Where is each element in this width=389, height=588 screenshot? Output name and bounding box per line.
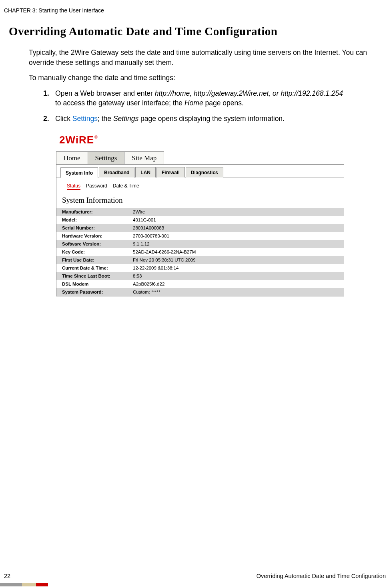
main-panel: System Info Broadband LAN Firewall Diagn… bbox=[56, 164, 344, 296]
row-key: Key Code: bbox=[56, 248, 130, 256]
chapter-header: CHAPTER 3: Starting the User Interface bbox=[0, 7, 389, 14]
table-row: Manufacturer:2Wire bbox=[56, 208, 344, 216]
steps-list: 1. Open a Web browser and enter http://h… bbox=[43, 89, 345, 124]
step-1-text-a: Open a Web browser and enter bbox=[55, 89, 155, 97]
row-value: 9.1.1.12 bbox=[130, 240, 344, 248]
subtab-lan[interactable]: LAN bbox=[135, 167, 156, 177]
row-key: Time Since Last Boot: bbox=[56, 272, 130, 280]
sub-links: Status Password Date & Time bbox=[56, 177, 344, 194]
subtab-firewall[interactable]: Firewall bbox=[156, 167, 185, 177]
footer-title: Overriding Automatic Date and Time Confi… bbox=[257, 573, 386, 579]
row-key: System Password: bbox=[56, 288, 130, 296]
step-1-text-c: to access the gateway user interface; th… bbox=[55, 99, 184, 107]
step-2-settings-link: Settings bbox=[72, 115, 98, 123]
row-key: First Use Date: bbox=[56, 256, 130, 264]
step-2-body: Click Settings; the Settings page opens … bbox=[55, 114, 345, 124]
step-1-number: 1. bbox=[43, 89, 55, 108]
step-1-home-word: Home bbox=[184, 99, 203, 107]
footer-color-bar bbox=[0, 583, 48, 586]
row-key: DSL Modem bbox=[56, 280, 130, 288]
logo-registered-mark: ® bbox=[94, 135, 97, 139]
tab-home[interactable]: Home bbox=[56, 151, 88, 165]
table-row: Serial Number:28091A000083 bbox=[56, 224, 344, 232]
subtab-broadband[interactable]: Broadband bbox=[99, 167, 134, 177]
table-row: Current Date & Time:12-22-2009 &01:38:14 bbox=[56, 264, 344, 272]
sub-header: System Info Broadband LAN Firewall Diagn… bbox=[56, 165, 344, 177]
table-row: First Use Date:Fri Nov 20 05:30:31 UTC 2… bbox=[56, 256, 344, 264]
table-row: Time Since Last Boot:8:53 bbox=[56, 272, 344, 280]
step-2: 2. Click Settings; the Settings page ope… bbox=[43, 114, 345, 124]
intro-paragraph-2: To manually change the date and time set… bbox=[29, 73, 377, 83]
step-1-urls: http://home, http://gateway.2Wire.net, o… bbox=[155, 89, 343, 97]
row-value: A2pB025f6.d22 bbox=[130, 280, 344, 288]
logo-text: 2WiRE bbox=[59, 135, 94, 145]
page-footer: 22 Overriding Automatic Date and Time Co… bbox=[0, 573, 389, 579]
tab-settings[interactable]: Settings bbox=[88, 151, 125, 165]
row-key: Current Date & Time: bbox=[56, 264, 130, 272]
system-info-table: Manufacturer:2Wire Model:4011G-001 Seria… bbox=[56, 208, 344, 296]
row-value: Custom: ***** bbox=[130, 288, 344, 296]
twowire-logo: 2WiRE ® bbox=[59, 135, 98, 145]
row-value: 2Wire bbox=[130, 208, 344, 216]
step-2-text-c: ; the bbox=[98, 115, 113, 123]
row-value: 52AD-2AD4-6266-22NA-B27M bbox=[130, 248, 344, 256]
section-title: System Information bbox=[56, 194, 344, 208]
table-row: Software Version:9.1.1.12 bbox=[56, 240, 344, 248]
step-1: 1. Open a Web browser and enter http://h… bbox=[43, 89, 345, 108]
tab-site-map[interactable]: Site Map bbox=[124, 151, 164, 165]
row-key: Serial Number: bbox=[56, 224, 130, 232]
step-2-number: 2. bbox=[43, 114, 55, 124]
step-2-settings-word: Settings bbox=[113, 115, 138, 123]
row-key: Hardware Version: bbox=[56, 232, 130, 240]
step-2-text-e: page opens displaying the system informa… bbox=[138, 115, 285, 123]
step-1-text-e: page opens. bbox=[203, 99, 244, 107]
intro-paragraph-1: Typically, the 2Wire Gateway sets the da… bbox=[29, 48, 377, 67]
row-key: Model: bbox=[56, 216, 130, 224]
gateway-ui-screenshot: 2WiRE ® Home Settings Site Map System In… bbox=[56, 135, 344, 296]
subtab-diagnostics[interactable]: Diagnostics bbox=[186, 167, 223, 177]
sublink-date-time[interactable]: Date & Time bbox=[113, 183, 139, 189]
row-value: Fri Nov 20 05:30:31 UTC 2009 bbox=[130, 256, 344, 264]
step-1-body: Open a Web browser and enter http://home… bbox=[55, 89, 345, 108]
table-row: DSL ModemA2pB025f6.d22 bbox=[56, 280, 344, 288]
row-value: 4011G-001 bbox=[130, 216, 344, 224]
sublink-password[interactable]: Password bbox=[86, 183, 107, 189]
row-value: 12-22-2009 &01:38:14 bbox=[130, 264, 344, 272]
table-row: System Password:Custom: ***** bbox=[56, 288, 344, 296]
row-key: Manufacturer: bbox=[56, 208, 130, 216]
table-row: Model:4011G-001 bbox=[56, 216, 344, 224]
sub-tabs: System Info Broadband LAN Firewall Diagn… bbox=[56, 167, 344, 177]
row-value: 8:53 bbox=[130, 272, 344, 280]
row-key: Software Version: bbox=[56, 240, 130, 248]
row-value: 28091A000083 bbox=[130, 224, 344, 232]
page-number: 22 bbox=[4, 573, 10, 579]
subtab-system-info[interactable]: System Info bbox=[60, 167, 98, 178]
sublink-status[interactable]: Status bbox=[67, 183, 80, 189]
table-row: Hardware Version:2700-000780-001 bbox=[56, 232, 344, 240]
page-heading: Overriding Automatic Date and Time Confi… bbox=[9, 25, 389, 38]
step-2-text-a: Click bbox=[55, 115, 72, 123]
table-row: Key Code:52AD-2AD4-6266-22NA-B27M bbox=[56, 248, 344, 256]
row-value: 2700-000780-001 bbox=[130, 232, 344, 240]
top-nav: Home Settings Site Map bbox=[56, 151, 344, 165]
